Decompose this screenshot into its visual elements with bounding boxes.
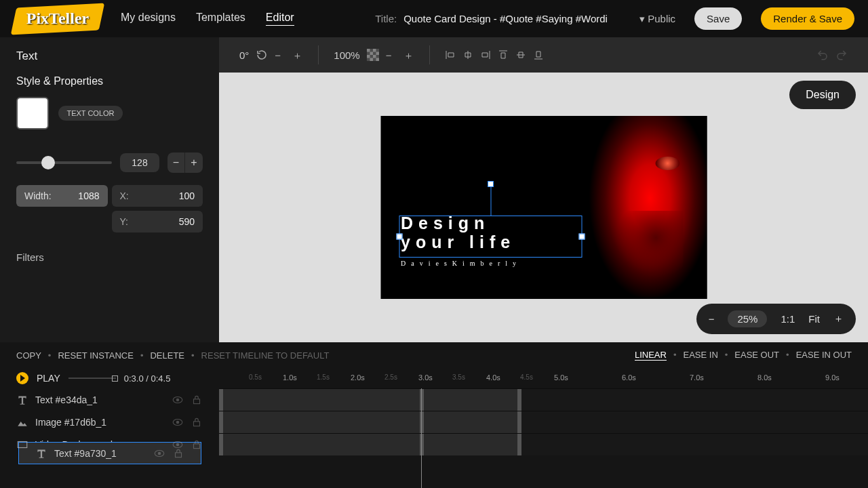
svg-rect-1 (367, 49, 370, 52)
y-field[interactable]: Y: 590 (112, 211, 203, 232)
redo-icon[interactable] (835, 49, 848, 61)
layer-row[interactable]: Text #e34da_1 (0, 388, 868, 411)
delete-action[interactable]: DELETE (150, 350, 184, 361)
svg-rect-2 (373, 49, 376, 52)
rotation-minus[interactable]: − (275, 49, 285, 60)
header: PixTeller My designs Templates Editor Ti… (0, 0, 868, 37)
align-center-h-icon[interactable] (462, 49, 473, 60)
play-button[interactable] (16, 372, 28, 384)
opacity-plus[interactable]: ＋ (403, 49, 414, 60)
property-toolbar: 0° − ＋ 100% − ＋ (219, 37, 868, 73)
reset-instance-action[interactable]: RESET INSTANCE (58, 350, 133, 361)
layer-track[interactable] (219, 411, 868, 433)
layer-row[interactable]: Image #17d6b_1 (0, 411, 868, 433)
history-group (816, 49, 848, 61)
zoom-fit-button[interactable]: Fit (808, 313, 820, 325)
main-nav: My designs Templates Editor (121, 12, 294, 26)
chevron-down-icon: ▾ (639, 13, 645, 25)
copy-action[interactable]: COPY (16, 350, 41, 361)
visibility-icon[interactable] (153, 447, 165, 460)
reset-timeline-action[interactable]: RESET TIMELINE TO DEFAULT (201, 350, 330, 361)
selection-box[interactable] (399, 216, 582, 258)
render-save-button[interactable]: Render & Save (761, 7, 854, 30)
visibility-dropdown[interactable]: ▾ Public (639, 13, 675, 25)
align-group (445, 49, 544, 60)
opacity-value[interactable]: 100% (334, 49, 359, 61)
font-size-value[interactable]: 128 (120, 153, 159, 172)
svg-point-10 (176, 398, 180, 401)
nav-mydesigns[interactable]: My designs (121, 12, 176, 26)
visibility-label: Public (648, 13, 675, 24)
align-right-icon[interactable] (480, 49, 491, 60)
zoom-value[interactable]: 25% (728, 310, 767, 327)
lock-icon[interactable] (191, 394, 203, 406)
easing-easeout[interactable]: EASE OUT (734, 350, 779, 361)
dimension-grid: Width: 1088 X: 100 Y: 590 (16, 185, 203, 232)
width-value: 1088 (78, 190, 99, 201)
opacity-minus[interactable]: − (386, 49, 397, 60)
rotate-icon[interactable] (256, 49, 268, 61)
mode-toggle[interactable]: Design (789, 81, 856, 109)
opacity-group: 100% − ＋ (334, 49, 414, 61)
layer-track[interactable] (219, 388, 868, 411)
easing-easeinout[interactable]: EASE IN OUT (796, 350, 852, 361)
nav-templates[interactable]: Templates (196, 12, 245, 26)
align-center-v-icon[interactable] (515, 49, 526, 60)
visibility-icon[interactable] (172, 439, 184, 451)
save-button[interactable]: Save (694, 7, 742, 30)
align-top-icon[interactable] (498, 49, 509, 60)
design-canvas[interactable]: Design your life DaviesKimberly (380, 116, 707, 299)
layer-name: Text #e34da_1 (35, 394, 98, 405)
tick-major: 4.0s (486, 373, 500, 382)
canvas-stage[interactable]: Design your life DaviesKimberly Design −… (219, 73, 868, 342)
filters-section[interactable]: Filters (16, 251, 203, 263)
layer-name: Image #17d6b_1 (35, 417, 106, 428)
title-input[interactable]: Quote Card Design - #Quote #Saying #Word… (403, 13, 620, 24)
tick-major: 1.0s (283, 373, 297, 382)
svg-rect-21 (194, 443, 200, 448)
tick-major: 8.0s (757, 373, 772, 382)
tick-major: 7.0s (690, 373, 704, 382)
visibility-icon[interactable] (172, 394, 184, 406)
layer-track[interactable] (219, 433, 868, 455)
svg-rect-5 (367, 55, 370, 58)
svg-rect-4 (376, 52, 379, 56)
text-color-swatch[interactable] (16, 97, 49, 129)
logo[interactable]: PixTeller (14, 5, 102, 33)
zoom-out-icon[interactable]: − (709, 313, 715, 325)
time-readout: 0:3.0 / 0:4.5 (124, 373, 171, 384)
align-bottom-icon[interactable] (533, 49, 544, 60)
tick-minor: 1.5s (317, 373, 330, 381)
width-field[interactable]: Width: 1088 (16, 185, 108, 207)
timeline-actions-row: COPY • RESET INSTANCE • DELETE • RESET T… (0, 342, 868, 368)
rotate-handle[interactable] (488, 181, 494, 187)
visibility-icon[interactable] (172, 416, 184, 428)
tick-major: 9.0s (825, 373, 840, 382)
title-label: Title: (375, 13, 397, 24)
author-text[interactable]: DaviesKimberly (401, 260, 521, 267)
undo-icon[interactable] (816, 49, 829, 61)
lock-icon[interactable] (191, 439, 203, 451)
svg-rect-7 (370, 58, 373, 62)
zoom-controls: − 25% 1:1 Fit ＋ (696, 304, 856, 334)
play-label: PLAY (37, 373, 60, 384)
scrub-bar[interactable] (68, 378, 116, 379)
rotation-plus[interactable]: ＋ (292, 49, 303, 60)
font-size-plus[interactable]: + (185, 152, 203, 173)
font-size-slider[interactable] (16, 161, 112, 164)
x-field[interactable]: X: 100 (112, 185, 203, 207)
y-label: Y: (120, 216, 128, 227)
font-size-minus[interactable]: − (167, 152, 185, 173)
resize-handle-right[interactable] (578, 234, 585, 240)
zoom-scale-button[interactable]: 1:1 (781, 313, 795, 325)
tick-minor: 0.5s (249, 373, 262, 381)
zoom-in-icon[interactable]: ＋ (833, 312, 844, 325)
time-ruler[interactable]: 1.0s2.0s3.0s4.0s5.0s6.0s7.0s8.0s9.0s0.5s… (219, 368, 868, 388)
resize-handle-left[interactable] (396, 234, 402, 240)
easing-linear[interactable]: LINEAR (635, 350, 667, 361)
lock-icon[interactable] (191, 416, 203, 428)
easing-easein[interactable]: EASE IN (683, 350, 717, 361)
rotation-value[interactable]: 0° (239, 49, 249, 61)
nav-editor[interactable]: Editor (266, 12, 294, 26)
align-left-icon[interactable] (445, 49, 456, 60)
